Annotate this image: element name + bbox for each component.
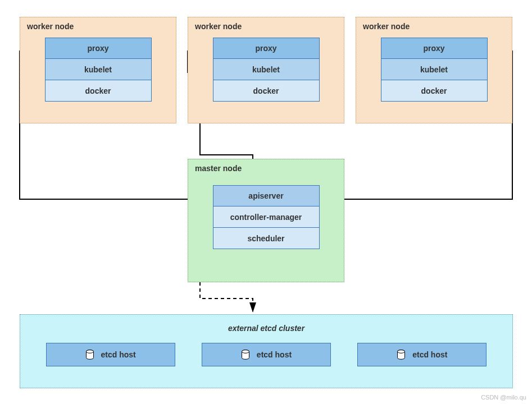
svg-point-12: [242, 350, 249, 354]
kubelet-component: kubelet: [45, 59, 152, 80]
master-node: master node apiserver controller-manager…: [188, 159, 344, 282]
etcd-cluster: external etcd cluster etcd host etcd hos…: [20, 314, 513, 388]
master-node-title: master node: [195, 164, 338, 173]
scheduler-component: scheduler: [213, 228, 320, 249]
kubelet-component: kubelet: [381, 59, 488, 80]
proxy-component: proxy: [45, 38, 152, 59]
etcd-cluster-title: external etcd cluster: [27, 324, 506, 333]
docker-component: docker: [45, 80, 152, 102]
database-icon: [241, 350, 250, 360]
database-icon: [397, 350, 406, 360]
etcd-host: etcd host: [357, 343, 486, 366]
etcd-host: etcd host: [202, 343, 331, 366]
worker-node-1: worker node proxy kubelet docker: [20, 17, 176, 123]
database-icon: [85, 350, 94, 360]
proxy-component: proxy: [213, 38, 320, 59]
worker-node-3: worker node proxy kubelet docker: [356, 17, 512, 123]
svg-point-14: [398, 350, 405, 354]
etcd-host-label: etcd host: [257, 350, 292, 359]
apiserver-component: apiserver: [213, 185, 320, 206]
worker-node-title: worker node: [27, 22, 170, 31]
etcd-host-label: etcd host: [101, 350, 136, 359]
worker-node-title: worker node: [363, 22, 506, 31]
watermark: CSDN @milo.qu: [481, 394, 526, 401]
docker-component: docker: [213, 80, 320, 102]
svg-point-10: [86, 350, 93, 354]
controller-manager-component: controller-manager: [213, 206, 320, 228]
docker-component: docker: [381, 80, 488, 102]
etcd-host-label: etcd host: [412, 350, 447, 359]
etcd-host: etcd host: [46, 343, 175, 366]
worker-node-2: worker node proxy kubelet docker: [188, 17, 344, 123]
proxy-component: proxy: [381, 38, 488, 59]
kubelet-component: kubelet: [213, 59, 320, 80]
worker-node-title: worker node: [195, 22, 338, 31]
